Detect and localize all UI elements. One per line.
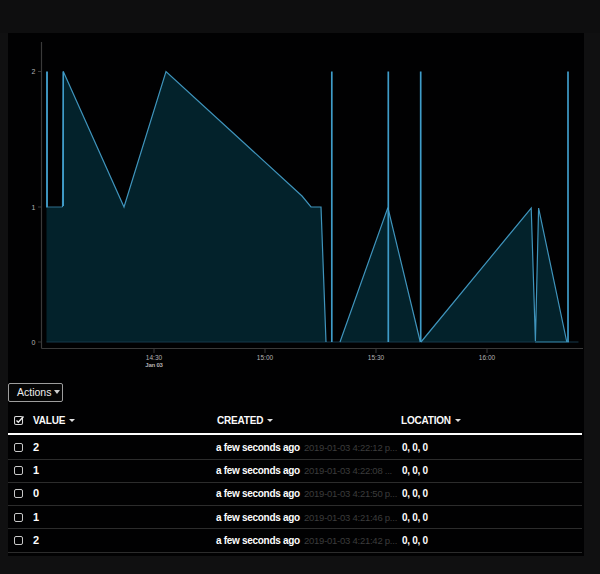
svg-text:0: 0 (32, 339, 36, 346)
svg-text:15:00: 15:00 (257, 354, 274, 361)
svg-text:16:00: 16:00 (479, 354, 496, 361)
svg-text:1: 1 (32, 204, 36, 211)
svg-text:Jan 03: Jan 03 (145, 362, 163, 368)
svg-text:2: 2 (32, 68, 36, 75)
svg-text:15:30: 15:30 (368, 354, 385, 361)
svg-text:14:30: 14:30 (146, 354, 163, 361)
